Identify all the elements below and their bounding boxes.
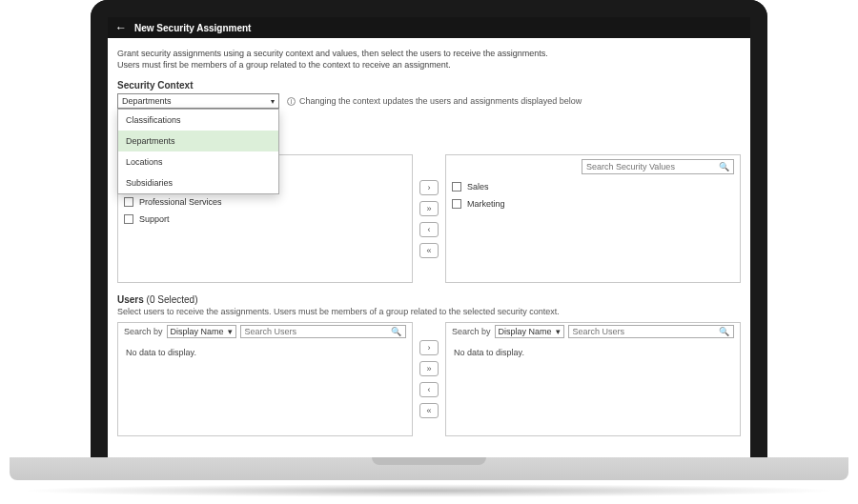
transfer-controls: › » ‹ «	[419, 154, 439, 283]
chevron-down-icon: ▾	[556, 327, 561, 336]
page-title: New Security Assignment	[134, 23, 251, 33]
dropdown-option-subsidiaries[interactable]: Subsidiaries	[118, 172, 278, 193]
selected-users-empty: No data to display.	[446, 340, 740, 365]
search-by-value: Display Name	[499, 327, 552, 336]
value-label: Marketing	[467, 199, 505, 209]
available-users-header: Search by Display Name ▾ 🔍	[118, 323, 412, 340]
search-by-label: Search by	[124, 327, 163, 336]
search-by-select[interactable]: Display Name ▾	[495, 325, 564, 338]
value-label: Support	[139, 214, 170, 224]
move-right-button[interactable]: ›	[419, 340, 439, 355]
available-users-empty: No data to display.	[118, 340, 412, 365]
users-selected-count: (0 Selected)	[147, 294, 198, 305]
list-item: Marketing	[452, 195, 734, 212]
chevron-down-icon: ▾	[271, 97, 275, 106]
intro-text: Grant security assignments using a secur…	[117, 48, 741, 71]
list-item: Support	[124, 211, 406, 228]
list-item: Sales	[452, 178, 734, 195]
selected-users-header: Search by Display Name ▾ 🔍	[446, 323, 740, 340]
search-icon: 🔍	[719, 162, 729, 171]
back-icon[interactable]: ←	[115, 21, 127, 34]
move-right-button[interactable]: ›	[419, 180, 439, 195]
security-context-select[interactable]: Departments ▾	[117, 93, 279, 109]
checkbox[interactable]	[124, 214, 133, 224]
search-security-values[interactable]: 🔍	[582, 159, 734, 174]
available-users-search[interactable]: 🔍	[240, 325, 406, 338]
context-row: Departments ▾ Classifications Department…	[117, 93, 741, 109]
context-hint-text: Changing the context updates the users a…	[299, 96, 582, 106]
move-all-right-button[interactable]: »	[419, 201, 439, 216]
security-context-value: Departments	[122, 96, 172, 106]
selected-users-panel[interactable]: Search by Display Name ▾ 🔍 No data to di…	[445, 322, 741, 436]
users-section: Users (0 Selected) Select users to recei…	[117, 294, 741, 436]
search-icon: 🔍	[719, 327, 729, 336]
search-by-select[interactable]: Display Name ▾	[167, 325, 236, 338]
info-icon: i	[287, 97, 296, 106]
value-label: Sales	[467, 182, 489, 192]
list-item: Professional Services	[124, 193, 406, 211]
users-dual-list: Search by Display Name ▾ 🔍 No data to di…	[117, 322, 741, 436]
move-all-left-button[interactable]: «	[419, 243, 439, 258]
available-users-search-input[interactable]	[245, 327, 391, 336]
users-hint: Select users to receive the assignments.…	[117, 307, 741, 316]
available-users-panel[interactable]: Search by Display Name ▾ 🔍 No data to di…	[117, 322, 413, 436]
checkbox[interactable]	[452, 182, 461, 192]
dropdown-option-locations[interactable]: Locations	[118, 151, 278, 172]
content: Grant security assignments using a secur…	[108, 38, 750, 457]
dropdown-option-departments[interactable]: Departments	[118, 131, 278, 151]
move-left-button[interactable]: ‹	[419, 382, 439, 397]
selected-values-list[interactable]: 🔍 Sales Marketing	[445, 154, 741, 283]
search-icon: 🔍	[391, 327, 401, 336]
selected-users-search-input[interactable]	[573, 327, 719, 336]
selected-users-search[interactable]: 🔍	[568, 325, 734, 338]
users-transfer-controls: › » ‹ «	[419, 322, 439, 436]
security-context-dropdown: Classifications Departments Locations Su…	[117, 109, 279, 194]
chevron-down-icon: ▾	[228, 327, 233, 336]
search-security-values-input[interactable]	[586, 162, 719, 171]
value-label: Professional Services	[139, 197, 222, 207]
move-all-left-button[interactable]: «	[419, 403, 439, 418]
search-by-label: Search by	[452, 327, 491, 336]
titlebar: ← New Security Assignment	[108, 17, 750, 38]
move-left-button[interactable]: ‹	[419, 222, 439, 237]
context-hint: i Changing the context updates the users…	[287, 96, 582, 106]
move-all-right-button[interactable]: »	[419, 361, 439, 376]
checkbox[interactable]	[124, 197, 133, 207]
intro-line2: Users must first be members of a group r…	[117, 59, 741, 71]
users-title: Users (0 Selected)	[117, 294, 741, 305]
dropdown-option-classifications[interactable]: Classifications	[118, 110, 278, 131]
search-by-value: Display Name	[171, 327, 224, 336]
checkbox[interactable]	[452, 199, 461, 209]
security-context-label: Security Context	[117, 80, 741, 91]
laptop-base	[10, 457, 848, 480]
users-title-label: Users	[117, 294, 144, 305]
intro-line1: Grant security assignments using a secur…	[117, 48, 741, 59]
